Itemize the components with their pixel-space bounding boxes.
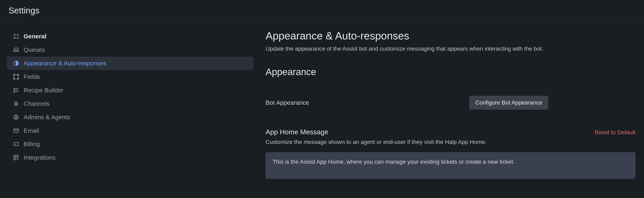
sidebar-item-general[interactable]: General <box>7 30 254 43</box>
app-home-title: App Home Message <box>266 128 328 136</box>
svg-rect-24 <box>14 155 16 157</box>
sidebar-item-appearance[interactable]: Appearance & Auto-responses <box>7 57 254 70</box>
contrast-icon <box>13 60 19 66</box>
svg-point-1 <box>17 34 18 35</box>
apps-icon <box>13 155 19 161</box>
svg-point-0 <box>14 34 15 35</box>
svg-point-20 <box>15 116 17 118</box>
layout: General Queues Appearance & Auto-respons… <box>0 22 644 180</box>
hash-icon <box>13 101 19 107</box>
svg-point-7 <box>18 74 19 75</box>
svg-line-18 <box>17 102 17 106</box>
sidebar-item-recipe-builder[interactable]: Recipe Builder <box>7 83 254 97</box>
svg-rect-22 <box>14 143 18 146</box>
sidebar-item-label: Email <box>24 127 39 134</box>
list-icon <box>13 87 19 93</box>
sidebar-item-fields[interactable]: Fields <box>7 70 254 83</box>
page-title: Settings <box>8 6 636 16</box>
svg-line-17 <box>15 102 16 106</box>
sidebar-item-integrations[interactable]: Integrations <box>7 151 254 164</box>
user-icon <box>13 114 19 120</box>
sidebar-item-label: Queues <box>24 46 45 53</box>
app-home-header: App Home Message Reset to Default <box>266 128 644 136</box>
svg-rect-5 <box>14 75 18 79</box>
sidebar-item-label: Admins & Agents <box>24 114 70 121</box>
svg-rect-10 <box>14 88 15 89</box>
sidebar-item-channels[interactable]: Channels <box>7 97 254 111</box>
svg-point-3 <box>17 37 18 38</box>
section-description: Update the appearance of the Assist bot … <box>266 46 644 52</box>
app-home-textarea-wrap: This is the Assist App Home, where you c… <box>266 152 636 180</box>
svg-point-9 <box>18 78 19 79</box>
configure-bot-appearance-button[interactable]: Configure Bot Appearance <box>469 96 548 110</box>
shape-icon <box>13 74 19 80</box>
mail-icon <box>13 128 19 134</box>
sidebar-item-label: Appearance & Auto-responses <box>24 60 106 67</box>
appearance-title: Appearance <box>266 66 644 77</box>
app-home-message-textarea[interactable]: This is the Assist App Home, where you c… <box>266 152 636 179</box>
svg-rect-25 <box>17 155 18 157</box>
sidebar-item-label: Billing <box>24 141 40 148</box>
inbox-icon <box>13 47 19 53</box>
app-home-description: Customize the message shown to an agent … <box>266 139 644 145</box>
svg-point-8 <box>14 78 15 79</box>
settings-header: Settings <box>0 0 644 22</box>
svg-rect-26 <box>14 158 16 160</box>
sidebar-item-queues[interactable]: Queues <box>7 43 254 57</box>
svg-rect-12 <box>14 91 15 92</box>
bot-appearance-label: Bot Appearance <box>266 99 453 106</box>
card-icon <box>13 141 19 147</box>
main-content: Appearance & Auto-responses Update the a… <box>261 28 644 180</box>
sidebar-item-email[interactable]: Email <box>7 124 254 137</box>
sidebar-item-admins-agents[interactable]: Admins & Agents <box>7 111 254 124</box>
sidebar-item-label: General <box>24 33 46 40</box>
sidebar: General Queues Appearance & Auto-respons… <box>0 28 261 180</box>
bot-appearance-row: Bot Appearance Configure Bot Appearance <box>266 96 644 110</box>
sidebar-item-label: Fields <box>24 73 40 80</box>
svg-point-6 <box>14 74 15 75</box>
section-title: Appearance & Auto-responses <box>266 30 644 42</box>
sidebar-item-label: Recipe Builder <box>24 87 63 94</box>
svg-rect-2 <box>14 37 15 38</box>
grid-icon <box>13 33 19 39</box>
sidebar-item-billing[interactable]: Billing <box>7 137 254 151</box>
sidebar-item-label: Integrations <box>24 154 56 161</box>
reset-to-default-button[interactable]: Reset to Default <box>594 129 636 136</box>
sidebar-item-label: Channels <box>24 100 50 107</box>
